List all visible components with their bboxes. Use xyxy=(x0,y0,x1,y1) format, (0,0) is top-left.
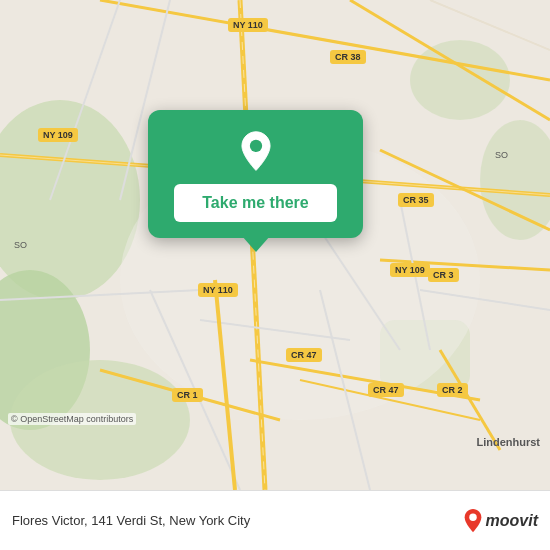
location-text: Flores Victor, 141 Verdi St, New York Ci… xyxy=(12,513,250,528)
svg-point-33 xyxy=(469,513,476,520)
road-label-cr1: CR 1 xyxy=(172,388,203,402)
moovit-logo: moovit xyxy=(462,508,538,534)
road-label-ny109-right: NY 109 xyxy=(390,263,430,277)
road-label-cr3: CR 3 xyxy=(428,268,459,282)
popup-card: Take me there xyxy=(148,110,363,238)
so-label-left: SO xyxy=(14,240,27,250)
road-label-cr47-right: CR 47 xyxy=(368,383,404,397)
take-me-there-button[interactable]: Take me there xyxy=(174,184,336,222)
road-label-cr38: CR 38 xyxy=(330,50,366,64)
moovit-pin-icon xyxy=(462,508,484,534)
road-label-ny110-mid: NY 110 xyxy=(198,283,238,297)
road-label-cr2: CR 2 xyxy=(437,383,468,397)
moovit-brand-text: moovit xyxy=(486,512,538,530)
road-label-ny110-top: NY 110 xyxy=(228,18,268,32)
city-label-lindenhurst: Lindenhurst xyxy=(476,436,540,448)
road-label-ny109-left: NY 109 xyxy=(38,128,78,142)
svg-point-4 xyxy=(410,40,510,120)
location-pin-icon xyxy=(234,130,278,174)
map-container: NY 110 NY 109 NY 109 NY 110 CR 35 CR 3 N… xyxy=(0,0,550,490)
road-label-cr47-left: CR 47 xyxy=(286,348,322,362)
openstreetmap-credit: © OpenStreetMap contributors xyxy=(8,413,136,425)
so-label-right: SO xyxy=(495,150,508,160)
road-label-cr35: CR 35 xyxy=(398,193,434,207)
info-bar: Flores Victor, 141 Verdi St, New York Ci… xyxy=(0,490,550,550)
svg-point-32 xyxy=(249,140,261,152)
